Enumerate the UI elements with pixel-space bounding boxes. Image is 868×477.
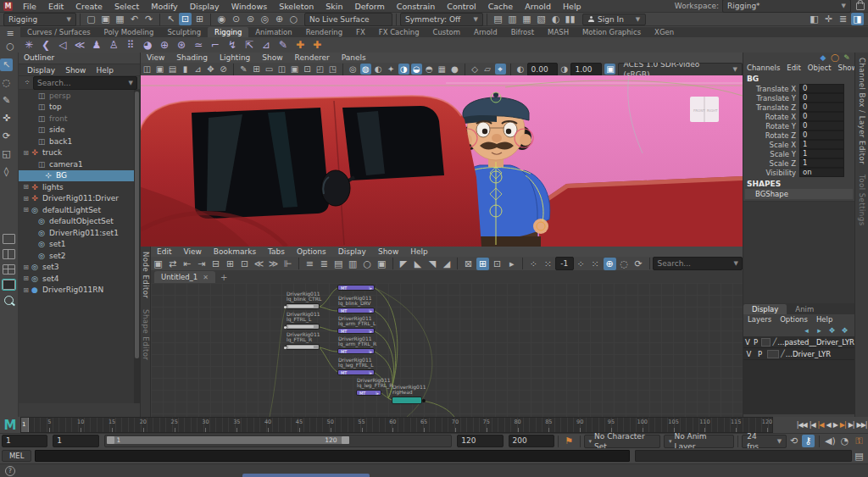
tab-tool-settings[interactable]: Tool Settings — [858, 169, 866, 231]
shelf-tab-poly-modeling[interactable]: Poly Modeling — [97, 27, 161, 37]
channel-value-field[interactable]: 1 — [799, 149, 844, 158]
menu-set-dropdown[interactable]: Rigging▼ — [3, 13, 76, 26]
display-layers-icon[interactable]: ◐ — [549, 13, 562, 25]
ne-menu-show[interactable]: Show — [372, 247, 404, 256]
expand-icon[interactable]: ⊞ — [22, 206, 30, 214]
outliner-item-front[interactable]: ◫front — [19, 113, 140, 125]
layer-color-swatch[interactable] — [761, 338, 771, 347]
rotate-tool-icon[interactable]: ⟳ — [0, 130, 13, 142]
resolution-gate-icon[interactable]: ◫ — [276, 64, 287, 75]
expand-icon[interactable]: ⊞ — [22, 263, 30, 271]
character-set-dropdown[interactable]: ▾No Character Set — [584, 435, 660, 448]
cb-menu-channels[interactable]: Channels — [743, 64, 783, 72]
channel-value-field[interactable]: 1 — [799, 158, 844, 168]
ne-remove-icon[interactable]: ⊡ — [238, 258, 251, 270]
step-back-key-button[interactable]: |◀ — [818, 421, 824, 429]
exposure-icon[interactable]: ◐ — [515, 64, 526, 75]
channel-value-field[interactable]: 1 — [799, 140, 844, 149]
snap-curve-icon[interactable]: ⊙ — [230, 13, 242, 25]
viewport-menu-lighting[interactable]: Lighting — [214, 53, 256, 62]
outliner-item-bg[interactable]: ⊹BG — [19, 170, 140, 182]
shelf-tab-curves-surfaces[interactable]: Curves / Surfaces — [20, 27, 97, 37]
ne-next-icon[interactable]: ⇥ — [195, 258, 208, 270]
shelf-tab-rendering[interactable]: Rendering — [299, 27, 349, 37]
close-tab-icon[interactable]: ✕ — [203, 274, 209, 281]
exposure-field[interactable]: 0.00 — [527, 63, 559, 75]
layer-row-driver-lyr[interactable]: VP╱...Driver_LYR — [743, 348, 854, 360]
ne-select-left-icon[interactable]: ◥ — [426, 258, 438, 270]
viewport-menu-renderer[interactable]: Renderer — [289, 53, 336, 62]
menu-file[interactable]: File — [17, 2, 42, 11]
bind-skin-icon[interactable]: ⠿ — [123, 39, 138, 52]
fps-dropdown[interactable]: 24 fps▼ — [742, 435, 787, 448]
ne-lasso-icon[interactable]: ◌ — [618, 258, 631, 270]
outliner-menu-show[interactable]: Show — [60, 66, 91, 75]
purple-node[interactable]: MT⁞▸ — [337, 348, 375, 354]
purple-node[interactable]: MT⁞▸ — [337, 285, 375, 291]
show-manip-icon[interactable]: ◆ — [818, 53, 828, 63]
layer-tab-display[interactable]: Display — [743, 304, 787, 314]
live-surface-field[interactable]: No Live Surface — [304, 13, 392, 26]
ne-grid-toggle-icon[interactable]: ⊞ — [476, 258, 489, 270]
layer-visibility-toggle[interactable]: V — [743, 350, 754, 358]
constraint-icon[interactable]: ✎ — [275, 39, 291, 52]
layer-playback-toggle[interactable]: P — [752, 338, 760, 347]
playback-end-field[interactable]: 120 — [457, 435, 503, 447]
playback-start-field[interactable]: 1 — [53, 435, 98, 447]
node-graph[interactable]: MT⁞▸MT⁞▸MT⁞▸MT⁞▸MT⁞▸MT⁞▸DriverRig011lq_b… — [151, 283, 743, 417]
safe-action-icon[interactable]: ◰ — [314, 64, 326, 75]
outliner-item-top[interactable]: ◫top — [19, 102, 140, 114]
go-to-end-button[interactable]: ▶▶| — [857, 421, 867, 429]
ne-sync-icon[interactable]: ⇄ — [166, 258, 179, 270]
ne-info-icon[interactable]: ▸ — [505, 258, 518, 270]
go-to-start-button[interactable]: |◀◀ — [797, 421, 807, 429]
color-managed-icon[interactable]: ▣ — [604, 64, 615, 75]
ne-connected-view-icon[interactable]: ≣ — [318, 258, 331, 270]
viewport-menu-show[interactable]: Show — [256, 53, 288, 62]
shelf-tab-fx-caching[interactable]: FX Caching — [372, 27, 426, 37]
current-time-marker[interactable]: 1 — [21, 418, 29, 432]
viewport-menu-view[interactable]: View — [141, 53, 170, 62]
menu-edit[interactable]: Edit — [42, 2, 70, 11]
ne-search-icon[interactable]: ○ — [361, 258, 374, 270]
pose-editor-icon[interactable]: ⇱ — [242, 39, 257, 52]
shape-editor-icon[interactable]: ⊿ — [259, 39, 274, 52]
last-tool-icon[interactable]: ◊ — [0, 165, 13, 178]
animation-start-field[interactable]: 1 — [2, 435, 47, 447]
channel-translate-x[interactable]: Translate X0 — [743, 84, 854, 93]
ne-menu-tabs[interactable]: Tabs — [262, 247, 291, 256]
purple-node[interactable]: MT⁞▸ — [356, 390, 381, 396]
ik-spline-icon[interactable]: ◁ — [55, 39, 70, 52]
ne-menu-bookmarks[interactable]: Bookmarks — [208, 247, 262, 256]
symmetry-dropdown[interactable]: Symmetry: Off▼ — [400, 13, 483, 26]
menu-windows[interactable]: Windows — [225, 2, 273, 11]
speed-state-icon[interactable]: ◯ — [830, 53, 840, 63]
gray-node[interactable] — [286, 303, 320, 309]
select-object-icon[interactable]: ⊡ — [179, 13, 192, 25]
layout-current-button[interactable] — [3, 280, 15, 290]
hybrid-state-icon[interactable]: ✎ — [842, 53, 852, 63]
menu-constrain[interactable]: Constrain — [391, 2, 442, 11]
ne-custom-view-icon[interactable]: ▥ — [347, 258, 359, 270]
node-editor-tab[interactable]: Untitled_1 ✕ — [154, 271, 215, 283]
render-view-icon[interactable]: ▤ — [492, 13, 504, 25]
expand-icon[interactable]: ⊞ — [22, 286, 30, 294]
teal-node[interactable] — [392, 397, 422, 404]
shelf-tab-rigging[interactable]: Rigging — [208, 27, 248, 37]
layer-tab-anim[interactable]: Anim — [787, 304, 822, 314]
ne-select-down-icon[interactable]: ◣ — [411, 258, 424, 270]
ne-menu-help[interactable]: Help — [404, 247, 434, 256]
move-layer-down-icon[interactable]: ▸ — [814, 324, 825, 336]
outliner-item-side[interactable]: ◫side — [19, 125, 140, 136]
render-current-icon[interactable]: ▥ — [506, 13, 519, 25]
shelf-tab-xgen[interactable]: XGen — [648, 27, 681, 37]
channel-value-field[interactable]: 0 — [799, 112, 844, 121]
overscan-icon[interactable]: ⊘ — [218, 64, 229, 75]
outliner-title[interactable]: Outliner — [19, 53, 140, 64]
range-slider[interactable]: 1 120 — [104, 435, 453, 447]
colorspace-dropdown[interactable]: ACES 1.0 SDR-video (sRGB)▼ — [618, 63, 743, 75]
isolate-select-icon[interactable]: ◇ — [470, 64, 481, 75]
play-forwards-button[interactable]: ▶ — [833, 421, 837, 429]
new-empty-layer-icon[interactable]: ❖ — [826, 324, 837, 336]
move-tool-icon[interactable]: ✜ — [0, 112, 13, 125]
